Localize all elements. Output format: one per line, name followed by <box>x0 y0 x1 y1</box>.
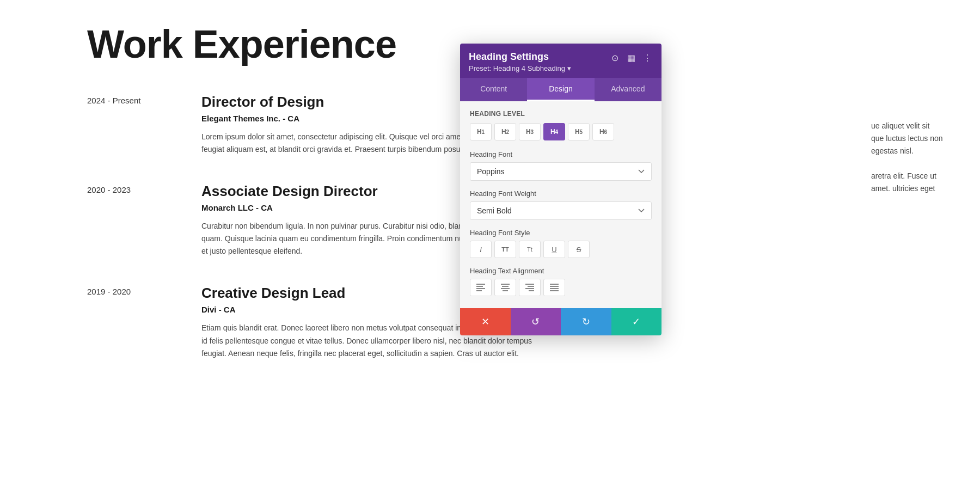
style-btn-underline[interactable]: U <box>543 241 565 258</box>
svg-rect-6 <box>501 288 510 289</box>
style-btn-italic[interactable]: I <box>470 241 492 258</box>
font-heading-select[interactable]: PoppinsRobotoOpen SansLatoMontserrat <box>470 162 652 181</box>
svg-rect-4 <box>501 284 510 285</box>
heading-level-btn-h3[interactable]: H3 <box>519 123 541 140</box>
svg-rect-14 <box>550 288 559 289</box>
style-btn-strikethrough[interactable]: S <box>568 241 590 258</box>
redo-button[interactable]: ↻ <box>561 308 611 335</box>
font-weight-select[interactable]: ThinLightRegularSemi BoldBoldExtra Bold <box>470 201 652 220</box>
heading-level-btn-h5[interactable]: H5 <box>568 123 590 140</box>
panel-header-icons: ⊙ ▦ ⋮ <box>609 52 653 63</box>
style-buttons: ITTTtUS <box>470 241 652 258</box>
svg-rect-3 <box>476 290 482 291</box>
heading-levels: H1H2H3H4H5H6 <box>470 123 652 140</box>
panel-preset: Preset: Heading 4 Subheading ▾ <box>469 64 609 72</box>
tab-design[interactable]: Design <box>527 78 594 101</box>
svg-rect-10 <box>525 288 534 289</box>
font-style-field: Heading Font Style ITTTtUS <box>470 229 652 258</box>
panel-tabs: Content Design Advanced <box>460 78 661 101</box>
grid-icon[interactable]: ▦ <box>626 52 636 63</box>
tab-content[interactable]: Content <box>460 78 527 101</box>
svg-rect-11 <box>529 290 534 291</box>
svg-rect-15 <box>550 290 559 291</box>
svg-rect-9 <box>528 286 534 287</box>
text-align-field: Heading Text Alignment <box>470 267 652 296</box>
save-button[interactable]: ✓ <box>611 308 662 335</box>
reset-button[interactable]: ↺ <box>511 308 561 335</box>
style-btn-tt[interactable]: TT <box>494 241 516 258</box>
focus-icon[interactable]: ⊙ <box>609 52 620 63</box>
svg-rect-2 <box>476 288 485 289</box>
svg-rect-7 <box>503 290 508 291</box>
more-icon[interactable]: ⋮ <box>642 52 653 63</box>
work-date: 2019 - 2020 <box>87 285 180 359</box>
panel-body: Heading Level H1H2H3H4H5H6 Heading Font … <box>460 101 661 308</box>
panel-footer: ✕ ↺ ↻ ✓ <box>460 308 661 335</box>
heading-level-btn-h1[interactable]: H1 <box>470 123 492 140</box>
panel-header: Heading Settings Preset: Heading 4 Subhe… <box>460 44 661 78</box>
font-heading-field: Heading Font PoppinsRobotoOpen SansLatoM… <box>470 150 652 181</box>
align-btn-left[interactable] <box>470 279 492 296</box>
svg-rect-8 <box>525 284 534 285</box>
text-align-label: Heading Text Alignment <box>470 267 652 275</box>
svg-rect-1 <box>476 286 483 287</box>
svg-rect-13 <box>550 286 559 287</box>
panel-header-left: Heading Settings Preset: Heading 4 Subhe… <box>469 51 609 72</box>
panel-title: Heading Settings <box>469 51 609 63</box>
align-btn-justify[interactable] <box>543 279 565 296</box>
svg-rect-5 <box>502 286 509 287</box>
heading-level-field: Heading Level H1H2H3H4H5H6 <box>470 110 652 140</box>
heading-settings-panel: Heading Settings Preset: Heading 4 Subhe… <box>460 44 661 335</box>
work-date: 2020 - 2023 <box>87 183 180 258</box>
heading-level-label: Heading Level <box>470 110 652 118</box>
font-weight-label: Heading Font Weight <box>470 189 652 198</box>
align-btn-center[interactable] <box>494 279 516 296</box>
svg-rect-0 <box>476 284 485 285</box>
font-weight-field: Heading Font Weight ThinLightRegularSemi… <box>470 189 652 220</box>
right-partial-text: ue aliquet velit sit que luctus lectus n… <box>871 120 980 195</box>
svg-rect-12 <box>550 284 559 285</box>
font-style-label: Heading Font Style <box>470 229 652 237</box>
tab-advanced[interactable]: Advanced <box>595 78 661 101</box>
style-btn-tt-small[interactable]: Tt <box>519 241 541 258</box>
heading-level-btn-h4[interactable]: H4 <box>543 123 565 140</box>
heading-level-btn-h6[interactable]: H6 <box>592 123 614 140</box>
heading-level-btn-h2[interactable]: H2 <box>494 123 516 140</box>
cancel-button[interactable]: ✕ <box>460 308 511 335</box>
font-heading-label: Heading Font <box>470 150 652 158</box>
work-date: 2024 - Present <box>87 94 180 156</box>
align-buttons <box>470 279 652 296</box>
align-btn-right[interactable] <box>519 279 541 296</box>
